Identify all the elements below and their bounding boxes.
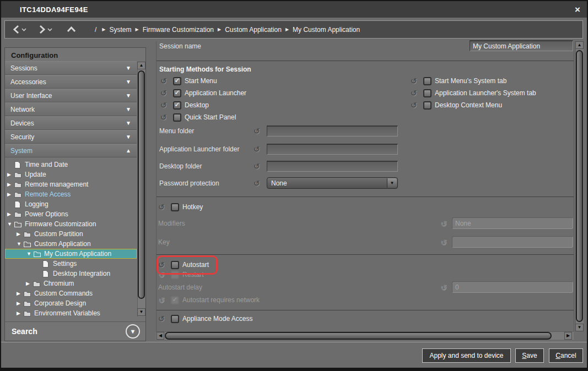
expand-arrow-icon[interactable]: ▶ [26, 281, 33, 286]
sidebar-item-user-interface[interactable]: User Interface ▼ [5, 89, 137, 102]
menu-folder-input[interactable] [267, 126, 398, 137]
reset-icon[interactable]: ↺ [411, 89, 419, 97]
reset-icon[interactable]: ↺ [158, 203, 167, 211]
chevron-up-icon[interactable] [67, 26, 76, 32]
quick-start-panel-checkbox[interactable]: ✓ [173, 113, 181, 122]
chevron-down-icon: ▼ [126, 79, 131, 85]
collapse-arrow-icon[interactable]: ▼ [17, 241, 24, 247]
tree-item-chromium[interactable]: ▶ Chromium [5, 279, 137, 288]
session-name-input[interactable] [470, 40, 573, 51]
reset-icon[interactable]: ↺ [411, 101, 419, 110]
dropdown-arrow-button[interactable]: ▼ [387, 178, 397, 188]
appliance-mode-access-checkbox[interactable]: ✓ [171, 315, 179, 323]
tree-item-logging[interactable]: Logging [5, 199, 137, 209]
reset-icon[interactable]: ↺ [253, 127, 262, 135]
password-protection-select[interactable]: None ▼ [267, 177, 398, 189]
tree-item-remote-access[interactable]: ▶ Remote Access [5, 189, 137, 199]
save-button[interactable]: Save [515, 348, 544, 363]
expand-arrow-icon[interactable]: ▶ [17, 291, 24, 296]
desktop-context-menu-checkbox[interactable]: ✓ [423, 101, 431, 110]
tree-item-desktop-integration[interactable]: Desktop Integration [5, 269, 137, 279]
chevron-down-icon: ▼ [126, 120, 131, 126]
tree-item-corporate-design[interactable]: ▶ Corporate Design [5, 298, 137, 308]
expand-arrow-icon[interactable]: ▶ [7, 192, 14, 197]
tree-item-power-options[interactable]: ▶ Power Options [5, 209, 137, 219]
scroll-down-button[interactable]: ▼ [575, 324, 584, 331]
application-launcher-row: ↺ ✓ Application Launcher [160, 89, 246, 97]
collapse-arrow-icon[interactable]: ▼ [7, 221, 14, 227]
reset-icon[interactable]: ↺ [160, 101, 169, 110]
desktop-folder-input[interactable] [267, 161, 398, 172]
apply-and-send-button[interactable]: Apply and send to device [422, 348, 511, 363]
divider [157, 61, 574, 61]
tree-item-label: Custom Commands [34, 290, 93, 297]
modifiers-label: Modifiers [158, 220, 185, 227]
application-launcher-system-tab-checkbox[interactable]: ✓ [423, 89, 431, 97]
reset-icon[interactable]: ↺ [253, 179, 262, 188]
chevron-down-icon: ▼ [126, 106, 131, 112]
cancel-button[interactable]: Cancel [549, 348, 583, 363]
main-vertical-scrollbar-thumb[interactable] [576, 50, 583, 322]
start-menu-checkbox[interactable]: ✓ [173, 77, 181, 85]
tree-item-custom-commands[interactable]: ▶ Custom Commands [5, 288, 137, 298]
tree-item-my-custom-application[interactable]: ▼ My Custom Application [5, 249, 137, 259]
breadcrumb-root[interactable]: / [95, 26, 96, 34]
tree-item-custom-partition[interactable]: ▶ Custom Partition [5, 229, 137, 239]
back-button[interactable] [13, 25, 26, 34]
scroll-right-button[interactable]: ▶ [564, 332, 572, 340]
tree-item-clipped[interactable] [5, 318, 137, 321]
breadcrumb-item[interactable]: Custom Application [225, 26, 282, 34]
tree-item-firmware-customization[interactable]: ▼ Firmware Customization [5, 219, 137, 229]
folder-icon [33, 281, 41, 287]
main-horizontal-scrollbar-thumb[interactable] [165, 332, 552, 340]
collapse-arrow-icon[interactable]: ▼ [26, 251, 34, 257]
expand-arrow-icon[interactable]: ▶ [7, 182, 14, 187]
reset-icon[interactable]: ↺ [411, 77, 419, 85]
reset-icon[interactable]: ↺ [160, 77, 169, 85]
tree-item-remote-management[interactable]: ▶ Remote management [5, 179, 137, 189]
tree-item-time-and-date[interactable]: Time and Date [5, 160, 137, 170]
sidebar-item-sessions[interactable]: Sessions ▼ [5, 61, 137, 75]
scroll-up-button[interactable]: ▲ [137, 62, 145, 69]
sidebar-item-system[interactable]: System ▲ [5, 144, 137, 157]
start-menu-system-tab-checkbox[interactable]: ✓ [423, 77, 431, 85]
reset-icon[interactable]: ↺ [160, 89, 169, 97]
tree-item-label: Settings [53, 260, 77, 268]
reset-icon[interactable]: ↺ [158, 314, 167, 323]
tree-item-custom-application[interactable]: ▼ Custom Application [5, 239, 137, 249]
application-launcher-checkbox[interactable]: ✓ [173, 89, 181, 97]
expand-arrow-icon[interactable]: ▶ [7, 211, 14, 217]
expand-arrow-icon[interactable]: ▶ [7, 172, 14, 177]
modifiers-input [452, 217, 573, 229]
scroll-down-button[interactable]: ▼ [137, 308, 145, 316]
expand-arrow-icon[interactable]: ▶ [17, 231, 24, 237]
reset-icon[interactable]: ↺ [160, 113, 169, 122]
forward-button[interactable] [39, 25, 52, 34]
tree-item-environment-variables[interactable]: ▶ Environment Variables [5, 308, 137, 318]
autostart-delay-label: Autostart delay [158, 283, 202, 291]
breadcrumb-item[interactable]: Firmware Customization [143, 26, 214, 34]
sidebar-item-devices[interactable]: Devices ▼ [5, 116, 137, 130]
search-expand-button[interactable]: ▼ [126, 324, 140, 339]
sidebar-item-accessories[interactable]: Accessories ▼ [5, 75, 137, 89]
application-launcher-folder-input[interactable] [267, 144, 398, 155]
sidebar-item-security[interactable]: Security ▼ [5, 130, 137, 144]
sidebar-header: Configuration [11, 51, 58, 59]
divider [157, 197, 574, 197]
expand-arrow-icon[interactable]: ▶ [17, 310, 24, 316]
sidebar-scrollbar-thumb[interactable] [138, 70, 145, 299]
hotkey-checkbox[interactable]: ✓ [171, 203, 179, 211]
breadcrumb-item[interactable]: My Custom Application [293, 26, 360, 34]
reset-icon[interactable]: ↺ [253, 145, 262, 154]
desktop-checkbox[interactable]: ✓ [173, 101, 181, 110]
close-icon[interactable]: × [575, 5, 580, 14]
tree-item-update[interactable]: ▶ Update [5, 170, 137, 179]
folder-icon [24, 310, 32, 317]
tree-item-settings[interactable]: Settings [5, 259, 137, 269]
breadcrumb-item[interactable]: System [110, 26, 132, 34]
sidebar-item-network[interactable]: Network ▼ [5, 102, 137, 116]
scroll-up-button[interactable]: ▲ [575, 41, 584, 49]
scroll-left-button[interactable]: ◀ [157, 332, 164, 340]
reset-icon[interactable]: ↺ [253, 162, 262, 171]
expand-arrow-icon[interactable]: ▶ [17, 301, 24, 306]
